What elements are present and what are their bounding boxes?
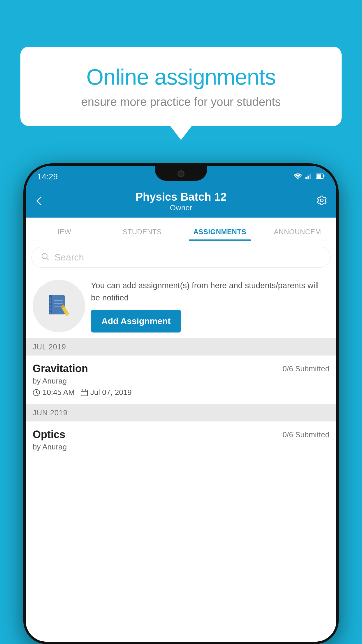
back-button[interactable] xyxy=(34,194,44,209)
svg-rect-6 xyxy=(323,175,324,177)
tab-bar: IEW STUDENTS ASSIGNMENTS ANNOUNCEM xyxy=(26,218,336,241)
wifi-icon xyxy=(294,173,302,181)
date-meta: Jul 07, 2019 xyxy=(80,388,132,397)
batch-title: Physics Batch 12 xyxy=(136,191,227,203)
month-divider-jun: JUN 2019 xyxy=(26,404,336,421)
assignment-item-optics[interactable]: Optics 0/6 Submitted by Anurag xyxy=(26,421,336,461)
assignment-name-optics: Optics xyxy=(33,428,65,441)
batch-owner: Owner xyxy=(136,203,227,212)
front-camera xyxy=(178,170,184,177)
assignment-meta: 10:45 AM Jul 07, 2019 xyxy=(33,388,329,397)
submitted-count: 0/6 Submitted xyxy=(283,364,329,373)
assignment-date: Jul 07, 2019 xyxy=(90,388,132,397)
svg-point-14 xyxy=(50,312,51,314)
svg-rect-16 xyxy=(54,303,63,304)
search-bar[interactable]: Search xyxy=(31,247,331,268)
signal-icon xyxy=(305,173,312,181)
svg-point-10 xyxy=(50,298,51,300)
phone-screen: 14:29 xyxy=(26,166,336,642)
content-area: Search xyxy=(26,241,336,642)
svg-rect-15 xyxy=(54,300,63,301)
svg-rect-2 xyxy=(307,176,309,179)
phone-notch xyxy=(155,166,207,181)
assignment-time: 10:45 AM xyxy=(43,388,75,397)
svg-rect-22 xyxy=(81,390,87,396)
speech-bubble: Online assignments ensure more practice … xyxy=(20,47,342,126)
app-header: Physics Batch 12 Owner xyxy=(26,186,336,218)
submitted-count-optics: 0/6 Submitted xyxy=(283,430,329,439)
assignment-by-optics: by Anurag xyxy=(33,442,329,452)
time-meta: 10:45 AM xyxy=(33,388,75,397)
month-divider-jul: JUL 2019 xyxy=(26,338,336,356)
svg-point-13 xyxy=(50,308,51,310)
speech-bubble-container: Online assignments ensure more practice … xyxy=(20,47,342,126)
tab-assignments[interactable]: ASSIGNMENTS xyxy=(181,228,259,241)
settings-button[interactable] xyxy=(316,195,328,209)
promo-text: You can add assignment(s) from here and … xyxy=(91,279,329,332)
bubble-subtitle: ensure more practice for your students xyxy=(41,95,321,108)
search-placeholder: Search xyxy=(55,252,84,263)
assignment-row1-optics: Optics 0/6 Submitted xyxy=(33,428,329,441)
svg-point-0 xyxy=(297,178,299,180)
assignment-item-gravitation[interactable]: Gravitation 0/6 Submitted by Anurag 10:4… xyxy=(26,356,336,404)
promo-section: You can add assignment(s) from here and … xyxy=(26,274,336,338)
assignment-by: by Anurag xyxy=(33,377,329,386)
assignment-name: Gravitation xyxy=(33,363,88,375)
tab-students[interactable]: STUDENTS xyxy=(103,228,181,241)
promo-icon xyxy=(33,280,85,332)
promo-description: You can add assignment(s) from here and … xyxy=(91,279,329,304)
svg-point-12 xyxy=(50,305,51,307)
header-center: Physics Batch 12 Owner xyxy=(136,191,227,212)
bubble-title: Online assignments xyxy=(41,64,321,90)
phone-frame: 14:29 xyxy=(23,163,339,644)
status-time: 14:29 xyxy=(37,170,58,181)
svg-rect-5 xyxy=(317,174,321,178)
svg-point-11 xyxy=(50,301,51,303)
search-icon xyxy=(41,252,50,262)
assignment-row1: Gravitation 0/6 Submitted xyxy=(33,363,329,375)
tab-iew[interactable]: IEW xyxy=(26,228,103,241)
status-icons xyxy=(294,171,325,181)
battery-icon xyxy=(316,173,325,181)
add-assignment-button[interactable]: Add Assignment xyxy=(91,310,181,332)
svg-rect-3 xyxy=(310,174,311,179)
tab-announcements[interactable]: ANNOUNCEM xyxy=(259,228,337,241)
svg-rect-1 xyxy=(305,177,307,179)
